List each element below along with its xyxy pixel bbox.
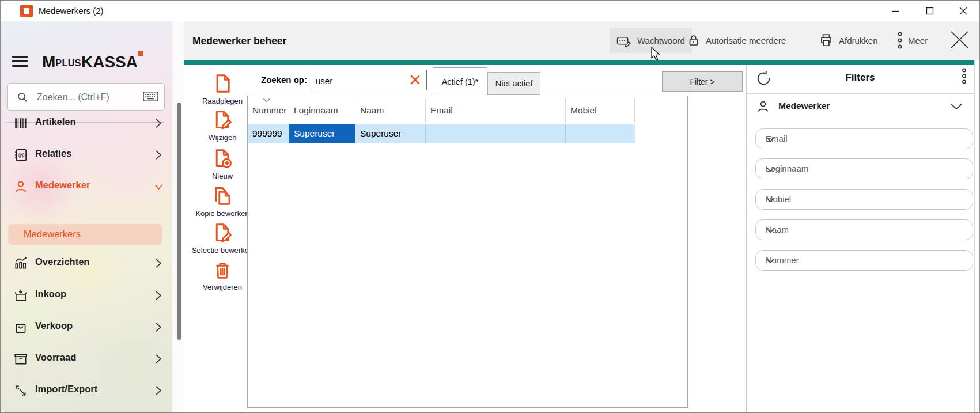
password-icon — [616, 34, 632, 47]
filter-dropdown-naam[interactable]: Naam — [755, 219, 973, 240]
autorisatie-button-label: Autorisatie meerdere — [706, 36, 786, 46]
column-header-nummer[interactable]: Nummer — [252, 103, 287, 118]
sidebar-subitem-medewerkers[interactable]: Medewerkers — [8, 224, 162, 245]
logo-square — [138, 51, 143, 56]
document-icon — [212, 73, 233, 94]
table-search-input[interactable] — [315, 73, 409, 89]
search-on-label: Zoeken op: — [249, 75, 307, 85]
copy-documents-icon — [212, 185, 233, 206]
document-plus-icon — [212, 148, 233, 169]
sidebar-item-beheer[interactable]: Beheer — [6, 406, 165, 413]
tab-niet-actief-label: Niet actief — [495, 79, 532, 88]
sidebar-item-verkoop[interactable]: Verkoop — [6, 313, 165, 342]
action-label: Raadplegen — [202, 97, 243, 105]
column-header-email[interactable]: Email — [430, 103, 563, 118]
tab-actief[interactable]: Actief (1)* — [433, 67, 487, 95]
document-pencil-icon — [212, 109, 233, 130]
filters-header-divider — [747, 93, 974, 94]
keyboard-icon[interactable] — [143, 91, 158, 102]
sidebar-scrollbar-thumb[interactable] — [177, 103, 181, 340]
import-export-arrows-icon — [13, 383, 28, 398]
search-input[interactable] — [36, 88, 142, 107]
chevron-down-icon — [766, 166, 964, 172]
filters-section-medewerker[interactable]: Medewerker — [746, 96, 974, 120]
sidebar-subitem-label: Medewerkers — [24, 229, 81, 240]
chevron-right-icon — [154, 290, 162, 301]
refresh-icon[interactable] — [756, 71, 771, 86]
afdrukken-button[interactable]: Afdrukken — [819, 28, 878, 53]
clear-search-icon[interactable] — [410, 74, 421, 85]
kebab-menu-icon — [897, 32, 903, 49]
chevron-right-icon — [154, 149, 162, 161]
cell-mobiel[interactable] — [565, 124, 634, 143]
filters-kebab-menu-icon[interactable] — [962, 68, 967, 84]
chevron-down-icon — [154, 181, 164, 192]
column-separator — [425, 98, 426, 123]
action-label: Kopie bewerken — [195, 209, 249, 218]
tab-niet-actief[interactable]: Niet actief — [487, 72, 540, 95]
filter-dropdown-nummer[interactable]: Nummer — [755, 250, 973, 271]
filter-dropdown-mobiel[interactable]: Mobiel — [755, 189, 973, 210]
person-icon — [13, 179, 28, 194]
search-icon — [17, 92, 28, 103]
window-title: Medewerkers (2) — [39, 1, 104, 21]
filters-section-label: Medewerker — [778, 101, 830, 111]
sidebar-item-inkoop[interactable]: Inkoop — [6, 281, 165, 310]
afdrukken-button-label: Afdrukken — [839, 36, 878, 46]
row-separator — [425, 124, 426, 143]
row-separator — [565, 124, 566, 143]
sidebar-item-overzichten[interactable]: Overzichten — [6, 249, 165, 278]
minimize-button[interactable] — [888, 3, 903, 18]
action-label: Selectie bewerken — [192, 246, 253, 255]
wachtwoord-button[interactable]: Wachtwoord — [610, 28, 692, 53]
filter-dropdown-email[interactable]: Email — [755, 128, 973, 149]
cell-naam[interactable]: Superuser — [355, 124, 425, 143]
cell-nummer[interactable]: 999999 — [248, 124, 289, 143]
autorisatie-meerdere-button[interactable]: Autorisatie meerdere — [687, 28, 786, 53]
contacts-icon: @ — [13, 147, 28, 162]
box-icon — [13, 351, 28, 366]
filter-button[interactable]: Filter > — [662, 71, 743, 92]
column-header-mobiel[interactable]: Mobiel — [570, 103, 633, 118]
action-label: Verwijderen — [203, 283, 242, 291]
shopping-bag-icon — [13, 320, 28, 335]
brand-logo: MPLUSKASSA — [42, 51, 143, 71]
sidebar-item-import-export[interactable]: Import/Export — [6, 376, 165, 405]
right-scrollbar-track[interactable] — [974, 60, 980, 413]
sidebar-item-artikelen[interactable]: Artikelen — [6, 109, 165, 138]
filter-dropdown-loginnaam[interactable]: Loginnaam — [755, 158, 973, 179]
wachtwoord-button-label: Wachtwoord — [637, 36, 685, 46]
meer-button[interactable]: Meer — [897, 28, 928, 53]
trash-icon — [213, 260, 232, 280]
column-header-loginnaam[interactable]: Loginnaam — [294, 103, 354, 118]
sidebar-item-voorraad[interactable]: Voorraad — [6, 344, 165, 373]
app-icon — [20, 5, 33, 17]
action-label: Wijzigen — [208, 133, 236, 142]
chevron-right-icon — [154, 118, 162, 129]
sidebar-item-label: Artikelen — [35, 116, 76, 127]
sidebar-search-box[interactable] — [7, 83, 165, 111]
column-header-naam[interactable]: Naam — [360, 103, 423, 118]
filters-panel-title: Filters — [803, 72, 918, 84]
close-view-button[interactable] — [950, 31, 969, 49]
sidebar-item-label: Verkoop — [35, 320, 73, 331]
chevron-down-icon — [766, 197, 964, 203]
app-window: Medewerkers (2) MPLUSKASSA Artikelen — [0, 0, 980, 413]
sidebar-item-label: Inkoop — [35, 289, 66, 300]
chart-icon — [13, 256, 28, 271]
inbox-arrow-icon — [13, 288, 28, 303]
svg-text:@: @ — [18, 151, 24, 159]
maximize-button[interactable] — [922, 3, 937, 18]
sidebar-item-medewerker[interactable]: Medewerker — [6, 172, 165, 201]
window-close-button[interactable] — [956, 3, 971, 18]
teal-divider — [184, 60, 974, 65]
cell-loginnaam-selected[interactable]: Superuser — [289, 124, 355, 143]
printer-icon — [819, 33, 834, 48]
cell-email[interactable] — [425, 124, 565, 143]
hamburger-menu-icon[interactable] — [12, 56, 28, 70]
sidebar-item-label: Import/Export — [35, 384, 97, 395]
document-pencil-icon — [212, 222, 233, 243]
chevron-right-icon — [154, 353, 162, 365]
sidebar-item-relaties[interactable]: @ Relaties — [6, 141, 165, 169]
filter-button-label: Filter > — [690, 77, 714, 86]
